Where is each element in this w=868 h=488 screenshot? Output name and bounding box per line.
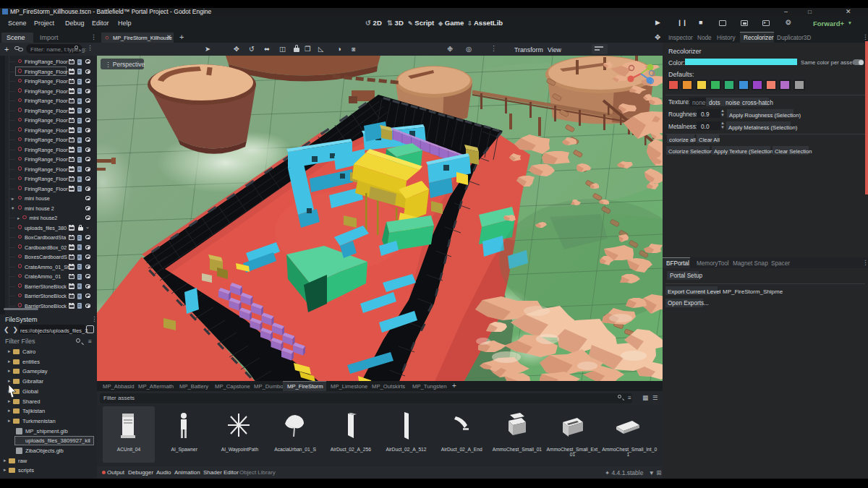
- svg-text:⋮ Perspective: ⋮ Perspective: [105, 61, 145, 68]
